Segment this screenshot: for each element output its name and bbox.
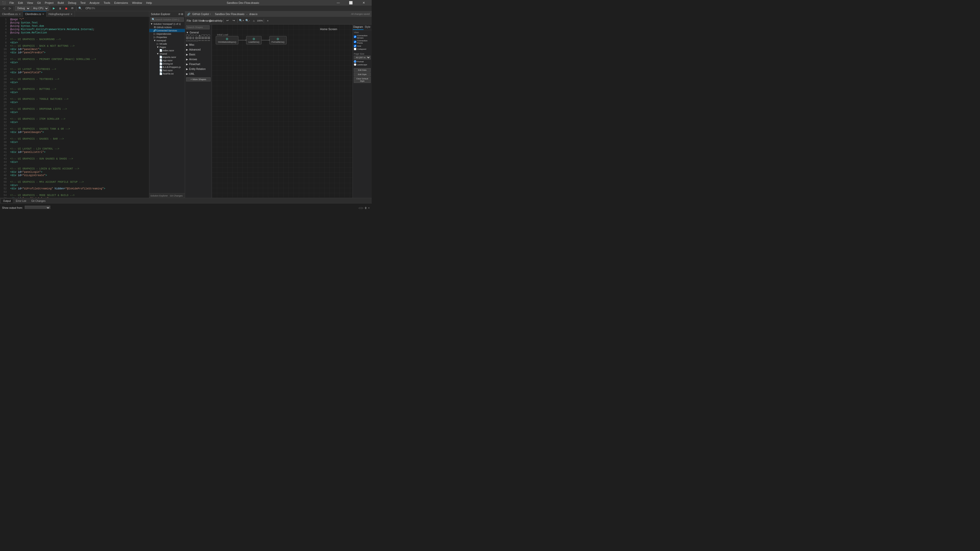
node-3[interactable]: ⚙ FormatItems() (269, 36, 287, 44)
drawio-edit-btn[interactable]: Edit (192, 18, 198, 23)
shape-filled-1[interactable] (186, 37, 189, 39)
clear-default-style-button[interactable]: Clear Default Style (354, 77, 371, 83)
shape-line-1[interactable] (198, 40, 201, 41)
run-button[interactable]: ▶ (51, 6, 57, 11)
shape-filled-5[interactable] (198, 37, 201, 39)
shape-line-4[interactable] (208, 40, 210, 41)
shape-arrow-3[interactable] (192, 40, 195, 41)
menu-help[interactable]: Help (145, 1, 154, 5)
shape-arrow-1[interactable] (186, 40, 189, 41)
uml-header[interactable]: ▶ UML (186, 72, 211, 76)
diagram-tab[interactable]: Diagram (353, 24, 364, 30)
basic-header[interactable]: ▶ Basic (186, 52, 211, 56)
drawio-redo-btn[interactable]: ↪ (231, 18, 236, 23)
tree-app-razor[interactable]: 📄 App.razor (150, 59, 185, 62)
tab-clientbase-close[interactable]: ✕ (19, 13, 21, 16)
tree-pages[interactable]: ▼ Pages (150, 45, 185, 49)
tree-proppers[interactable]: 📄 B.A.B.Proppers.js (150, 65, 185, 69)
tree-dependencies[interactable]: ▷ Dependencies (150, 32, 185, 35)
drawio-zoom-out-btn[interactable]: 🔍- (245, 18, 250, 23)
menu-debug[interactable]: Debug (66, 1, 78, 5)
shape-line-2[interactable] (201, 40, 204, 41)
shape-triangle[interactable] (198, 35, 201, 37)
build-config-dropdown[interactable]: Debug (15, 6, 30, 11)
more-shapes-button[interactable]: + More Shapes (186, 77, 211, 81)
shape-filled-6[interactable] (201, 37, 204, 39)
drawio-file-btn[interactable]: File (186, 18, 192, 23)
tab-clientindex-close[interactable]: ✕ (42, 13, 44, 16)
connection-arrows-check[interactable] (354, 35, 356, 38)
page-size-dropdown[interactable]: A3 (297 mm x 420 mm) (354, 56, 371, 59)
shape-filled-8[interactable] (208, 37, 210, 39)
tree-properties[interactable]: ▷ Properties (150, 35, 185, 39)
shape-parallelogram[interactable] (201, 35, 204, 37)
advanced-header[interactable]: ▶ Advanced (186, 48, 211, 52)
shape-cylinder[interactable] (208, 35, 210, 37)
menu-extensions[interactable]: Extensions (113, 1, 130, 5)
shape-filled-2[interactable] (189, 37, 192, 39)
menu-git[interactable]: Git (35, 1, 42, 5)
code-content[interactable]: @page "/" @using Syntax.Text @using Synt… (8, 17, 149, 198)
tab-hidingbg-close[interactable]: ✕ (70, 13, 73, 16)
tree-monepad[interactable]: ▼ monepad (150, 39, 185, 42)
tree-github-actions[interactable]: ⚙ GitHub Actions (150, 25, 185, 29)
tree-imports-razor[interactable]: 📄 Imports.razor (150, 56, 185, 59)
edit-style-button[interactable]: Edit Style (354, 73, 371, 76)
tab-clientindex[interactable]: ClientIndex.cs ✕ (23, 11, 46, 17)
flowchart-header[interactable]: ▶ Flowchart (186, 62, 211, 66)
menu-test[interactable]: Test (79, 1, 87, 5)
edit-data-button[interactable]: Edit Data (354, 68, 371, 72)
maximize-button[interactable]: ⬜ (345, 0, 357, 6)
drawio-extras-btn[interactable]: Extras (211, 18, 216, 23)
drawio-fit-btn[interactable]: ⌂ (251, 18, 256, 23)
shape-filled-circle[interactable] (192, 37, 194, 39)
shape-filled-7[interactable] (204, 37, 207, 39)
entity-relation-header[interactable]: ▶ Entity Relation (186, 67, 211, 71)
shape-line-3[interactable] (204, 40, 207, 41)
tree-mcade[interactable]: ▷ MCade (150, 42, 185, 45)
toolbar-forward[interactable]: ▷ (7, 6, 13, 11)
pause-button[interactable]: ⏸ (57, 6, 63, 11)
git-changes-tab[interactable]: Git Changes (170, 194, 183, 197)
shape-rect-2[interactable] (189, 35, 192, 37)
node-2[interactable]: ⚙ LoadItems() (246, 36, 262, 44)
menu-analyze[interactable]: Analyze (88, 1, 101, 5)
solution-explorer-tab[interactable]: Solution Explorer (150, 194, 168, 197)
menu-file[interactable]: File (8, 1, 16, 5)
shape-arrow-4[interactable] (195, 40, 198, 41)
tree-index-razor[interactable]: 📄 Index.razor (150, 49, 185, 52)
portrait-radio[interactable] (354, 60, 356, 63)
node-1[interactable]: ⚙ OnInitializedAsync() (216, 36, 239, 44)
output-nav-next[interactable]: ▷ (361, 206, 364, 209)
misc-header[interactable]: ▶ Misc (186, 43, 211, 47)
diagram-canvas[interactable]: Home Screen Initial Load ⚙ OnInitialized… (212, 24, 353, 198)
tree-test-razor[interactable]: 📄 Test.razor (150, 69, 185, 72)
shape-rect-3[interactable] (195, 35, 197, 37)
output-nav-prev[interactable]: ◁ (358, 206, 360, 209)
output-tab[interactable]: Output (1, 199, 13, 203)
minimize-button[interactable]: — (332, 0, 344, 6)
menu-tools[interactable]: Tools (102, 1, 112, 5)
menu-project[interactable]: Project (43, 1, 55, 5)
close-button[interactable]: ✕ (358, 0, 370, 6)
solution-search-input[interactable] (155, 18, 184, 21)
general-header[interactable]: ▼ General (186, 31, 211, 35)
tab-hidingbg[interactable]: HidingBackground ✕ (46, 11, 75, 17)
drawio-shapes-btn[interactable]: + (265, 18, 270, 23)
drawio-help-btn[interactable]: Help (217, 18, 222, 23)
tree-shared[interactable]: ▼ Shared (150, 52, 185, 56)
drawio-zoom-in-btn[interactable]: 🔍+ (239, 18, 244, 23)
git-changes-tab-output[interactable]: Git Changes (29, 199, 48, 203)
settings-icon[interactable]: ⚙ (181, 13, 183, 16)
menu-edit[interactable]: Edit (17, 1, 24, 5)
shapes-search-input[interactable] (186, 25, 210, 29)
shape-rect-1[interactable] (186, 35, 189, 37)
error-list-tab[interactable]: Error List (14, 199, 28, 203)
shape-hexagon[interactable] (204, 35, 207, 37)
toolbar-back[interactable]: ◁ (1, 6, 6, 11)
tree-driving[interactable]: 📄 Driving.txt (150, 62, 185, 65)
output-source-dropdown[interactable] (25, 206, 50, 209)
tree-connected-services[interactable]: 🔗 Connected Services (150, 29, 185, 32)
platform-dropdown[interactable]: Any CPU (31, 6, 49, 11)
drawio-undo-btn[interactable]: ↩ (224, 18, 230, 23)
